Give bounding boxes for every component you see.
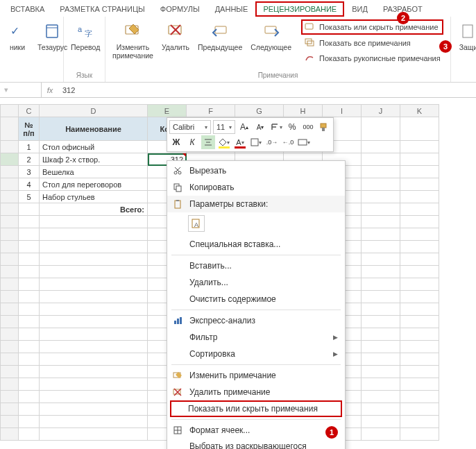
ctx-delete[interactable]: Удалить... (167, 274, 345, 291)
row-header[interactable] (1, 191, 19, 203)
cell[interactable] (362, 153, 400, 166)
ribbon-item-show-all-comments[interactable]: Показать все примечания (301, 36, 443, 50)
ctx-format-cells[interactable]: Формат ячеек... (167, 422, 345, 439)
tab-formulas[interactable]: ФОРМУЛЫ (153, 1, 207, 17)
cell[interactable] (362, 191, 400, 203)
currency-icon[interactable]: ▾ (269, 120, 283, 134)
col-header-I[interactable]: I (323, 105, 362, 117)
ctx-paste-special[interactable]: Специальная вставка... (167, 236, 345, 253)
cell[interactable] (362, 166, 400, 178)
ctx-clear[interactable]: Очистить содержимое (167, 291, 345, 307)
col-header-G[interactable]: G (235, 105, 284, 117)
cell[interactable] (400, 191, 439, 203)
table-cell[interactable] (19, 203, 40, 216)
decrease-decimal-icon[interactable]: ←.0 (281, 135, 295, 149)
border-icon[interactable]: ▾ (249, 135, 263, 149)
ctx-show-hide-comment[interactable]: Показать или скрыть примечания (170, 400, 342, 417)
cell[interactable] (400, 178, 439, 191)
cell[interactable] (400, 141, 439, 153)
corner-cell[interactable] (1, 105, 19, 117)
ctx-quick-analysis[interactable]: Экспресс-анализ (167, 312, 345, 329)
row-header[interactable] (1, 178, 19, 191)
font-color-icon[interactable]: A▾ (233, 135, 247, 149)
table-cell[interactable]: Стол для переговоров (40, 178, 148, 191)
row-header[interactable] (1, 141, 19, 153)
col-header-H[interactable]: H (284, 105, 323, 117)
svg-rect-27 (176, 186, 181, 192)
align-center-icon[interactable] (201, 135, 215, 149)
ribbon-btn-delete-comment[interactable]: Удалить (159, 19, 192, 70)
table-cell[interactable]: 5 (19, 191, 40, 203)
ctx-pick-from-list[interactable]: Выбрать из раскрывающегося списка... (167, 439, 345, 449)
ctx-insert[interactable]: Вставить... (167, 257, 345, 274)
thousands-icon[interactable]: 000 (301, 120, 315, 134)
row-header[interactable] (1, 117, 19, 141)
font-selector[interactable]: Calibri▾ (169, 120, 211, 134)
ribbon-item-show-hide-comment[interactable]: Показать или скрыть примечание (301, 19, 443, 35)
table-total-label[interactable]: Всего: (40, 203, 148, 216)
cell[interactable] (400, 166, 439, 178)
row-header[interactable] (1, 166, 19, 178)
tab-data[interactable]: ДАННЫЕ (207, 1, 256, 17)
table-cell[interactable]: Вешелка (40, 166, 148, 178)
font-size-selector[interactable]: 11▾ (213, 120, 235, 134)
ribbon-btn-spellcheck[interactable]: ✓ ники (4, 19, 31, 78)
row-header[interactable] (1, 153, 19, 166)
table-header-num[interactable]: № п/п (19, 117, 40, 141)
tab-review[interactable]: РЕЦЕНЗИРОВАНИЕ (255, 1, 344, 17)
table-header-name[interactable]: Наименование (40, 117, 148, 141)
merge-icon[interactable]: ▾ (297, 135, 311, 149)
ribbon-btn-translate[interactable]: a字 Перевод (68, 19, 103, 70)
ribbon-item-show-ink-comments[interactable]: Показать рукописные примечания (301, 51, 443, 65)
table-cell[interactable]: 1 (19, 141, 40, 153)
increase-decimal-icon[interactable]: .0→ (265, 135, 279, 149)
tab-page-layout[interactable]: РАЗМЕТКА СТРАНИЦЫ (52, 1, 152, 17)
decrease-font-icon[interactable]: A▾ (253, 120, 267, 134)
ctx-cut[interactable]: Вырезать (167, 162, 345, 179)
col-header-C[interactable]: C (19, 105, 40, 117)
ctx-delete-comment[interactable]: Удалить примечание (167, 384, 345, 400)
formula-value[interactable]: 312 (58, 86, 79, 94)
col-header-K[interactable]: K (400, 105, 439, 117)
table-cell[interactable]: 4 (19, 178, 40, 191)
row-header[interactable] (1, 203, 19, 216)
table-cell[interactable]: Стол офисный (40, 141, 148, 153)
ctx-copy[interactable]: Копировать (167, 179, 345, 196)
ribbon-btn-edit-comment[interactable]: Изменить примечание (110, 19, 156, 70)
increase-font-icon[interactable]: A▴ (237, 120, 251, 134)
tab-view[interactable]: ВИД (344, 1, 375, 17)
ctx-sort[interactable]: Сортировка ▶ (167, 346, 345, 362)
ribbon-btn-next-comment[interactable]: Следующее (248, 19, 294, 70)
table-cell[interactable]: Шкаф 2-х створ. (40, 153, 148, 166)
fill-color-icon[interactable]: ▾ (217, 135, 231, 149)
table-cell[interactable]: Набор стульев (40, 191, 148, 203)
cell[interactable] (400, 153, 439, 166)
cell[interactable] (362, 117, 400, 141)
bold-icon[interactable]: Ж (169, 135, 183, 149)
ctx-paste-options: A (167, 212, 345, 236)
table-cell[interactable]: 3 (19, 166, 40, 178)
format-painter-icon[interactable] (317, 120, 331, 134)
tab-insert[interactable]: ВСТАВКА (3, 1, 52, 17)
badge-3: 3 (439, 40, 452, 53)
cell[interactable] (400, 203, 439, 216)
col-header-E[interactable]: E (148, 105, 187, 117)
col-header-D[interactable]: D (40, 105, 148, 117)
cell[interactable] (362, 203, 400, 216)
table-cell[interactable]: 2 (19, 153, 40, 166)
cell[interactable] (362, 141, 400, 153)
ctx-edit-comment[interactable]: Изменить примечание (167, 367, 345, 384)
ribbon-btn-prev-comment[interactable]: Предыдущее (195, 19, 245, 70)
svg-rect-29 (176, 200, 179, 201)
name-box[interactable]: ▾ (0, 83, 42, 97)
paste-default-icon[interactable]: A (188, 215, 205, 232)
italic-icon[interactable]: К (185, 135, 199, 149)
col-header-F[interactable]: F (187, 105, 235, 117)
col-header-J[interactable]: J (362, 105, 400, 117)
percent-icon[interactable]: % (285, 120, 299, 134)
ctx-filter[interactable]: Фильтр ▶ (167, 329, 345, 346)
fx-button[interactable]: fx (42, 86, 58, 94)
ribbon-btn-protect[interactable]: Защи (455, 19, 476, 82)
cell[interactable] (400, 117, 439, 141)
cell[interactable] (362, 178, 400, 191)
